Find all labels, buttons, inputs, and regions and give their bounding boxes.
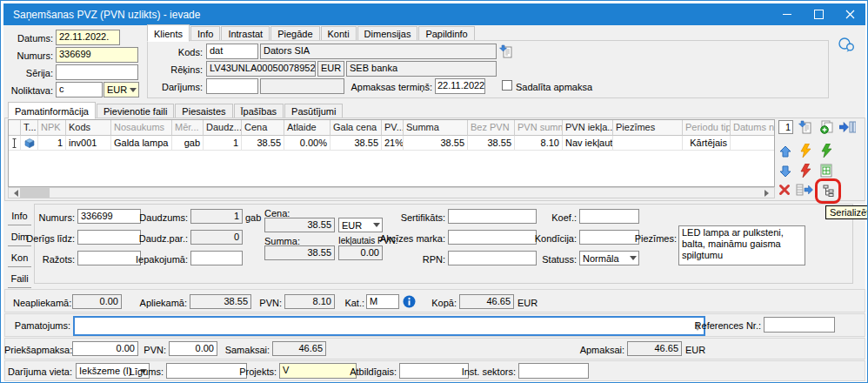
- tab-piesaistes[interactable]: Piesaistes: [175, 104, 232, 118]
- col-cena[interactable]: Cena: [242, 120, 284, 136]
- serija-field[interactable]: [56, 64, 138, 80]
- insert-rows-button[interactable]: [838, 119, 856, 135]
- minimize-button[interactable]: [771, 3, 803, 25]
- kods-field[interactable]: dat: [206, 44, 258, 59]
- razots-label: Ražots:: [25, 254, 75, 265]
- inst-sektors-field[interactable]: [518, 363, 589, 379]
- scroll-left-icon[interactable]: [9, 188, 20, 198]
- tab-client-info[interactable]: Info: [190, 26, 220, 41]
- import-document-button[interactable]: [798, 119, 813, 135]
- col-gala-cena[interactable]: Gala cena: [331, 120, 382, 136]
- col-datums-no[interactable]: Datums no: [731, 120, 774, 136]
- move-rows-button[interactable]: [795, 182, 813, 198]
- prieksapmaksa-field[interactable]: 0.00: [72, 341, 138, 356]
- iepakojuma-field[interactable]: [190, 251, 243, 265]
- col-daudzums[interactable]: Daudz...: [204, 120, 242, 136]
- delete-row-button[interactable]: [777, 182, 792, 198]
- rpn-field[interactable]: [448, 251, 537, 265]
- sertifikats-field[interactable]: [448, 209, 537, 224]
- side-tab-faili[interactable]: Faili: [8, 269, 31, 288]
- col-selector[interactable]: [9, 120, 21, 136]
- tab-pievienotie-faili[interactable]: Pievienotie faili: [97, 104, 174, 118]
- col-pvn-summa[interactable]: PVN summa: [515, 120, 563, 136]
- scrollbar-thumb[interactable]: [20, 188, 50, 198]
- scroll-right-icon[interactable]: [763, 188, 774, 198]
- numurs-field[interactable]: 336699: [56, 47, 138, 63]
- tab-ipasibas[interactable]: Īpašības: [234, 104, 284, 118]
- cell-summa: 38.55: [404, 136, 468, 151]
- title-bar[interactable]: Saņemšanas PVZ (PVN uzlikts) - ievade: [3, 3, 865, 25]
- darijums-name-field: [260, 78, 344, 94]
- table-hscrollbar[interactable]: [8, 187, 775, 198]
- cell-piezimes: [613, 136, 683, 151]
- copy-add-button[interactable]: [818, 119, 834, 135]
- akcizes-marka-field[interactable]: [448, 230, 537, 245]
- info-icon[interactable]: [402, 294, 416, 308]
- pamatojums-field[interactable]: [74, 317, 704, 335]
- document-import-icon[interactable]: [498, 44, 514, 59]
- col-periodu-tips[interactable]: Periodu tips: [683, 120, 731, 136]
- fill-green-button[interactable]: [818, 143, 834, 158]
- statuss-select[interactable]: Normāla: [579, 251, 639, 265]
- tab-konti[interactable]: Konti: [321, 26, 357, 41]
- maximize-button[interactable]: [803, 3, 834, 25]
- kopa-currency-label: EUR: [517, 298, 537, 308]
- fill-orange-button[interactable]: [798, 143, 813, 158]
- col-nosaukums[interactable]: Nosaukums: [111, 120, 172, 136]
- tab-klients[interactable]: Klients: [147, 24, 190, 42]
- client-tabs: Klients Info Intrastat Piegāde Konti Dim…: [147, 26, 476, 41]
- move-up-button[interactable]: [778, 144, 793, 159]
- excel-export-button[interactable]: [818, 163, 834, 178]
- col-pvn-procenti[interactable]: PV...: [382, 120, 404, 136]
- sadalita-apmaksa-checkbox[interactable]: [502, 80, 512, 91]
- col-pvn-ieklauts[interactable]: PVN iekļa...: [563, 120, 613, 136]
- col-kods[interactable]: Kods: [66, 120, 111, 136]
- cell-nosaukums: Galda lampa: [111, 136, 172, 151]
- tab-papildinfo[interactable]: Papildinfo: [418, 26, 474, 41]
- kondicija-field[interactable]: [579, 230, 639, 245]
- darijums-field[interactable]: [206, 78, 258, 94]
- col-summa[interactable]: Summa: [404, 120, 468, 136]
- cena-currency-select[interactable]: EUR: [338, 218, 383, 232]
- chat-icon[interactable]: [836, 37, 857, 52]
- ligums-label: Līgums:: [124, 366, 164, 377]
- akcizes-marka-label: Akcīzes marka:: [375, 233, 445, 244]
- references-field[interactable]: [764, 317, 835, 333]
- fill-red-button[interactable]: [798, 163, 813, 178]
- apmaksas-termins-field[interactable]: 22.11.2022.: [435, 78, 485, 94]
- noliktava-field[interactable]: c: [56, 82, 103, 97]
- row-count-field[interactable]: 1: [778, 120, 793, 134]
- cell-daudzums: 1: [204, 136, 242, 151]
- col-mervieniba[interactable]: Mēr...: [172, 120, 204, 136]
- tab-pamatinformacija[interactable]: Pamatinformācija: [8, 102, 96, 119]
- piezimes-field[interactable]: LED lampa ar pulksteni, balta, maināmu g…: [678, 225, 805, 265]
- tab-pasutijumi[interactable]: Pasūtījumi: [284, 104, 343, 118]
- minimize-icon: [783, 14, 791, 15]
- tab-intrastat[interactable]: Intrastat: [221, 26, 270, 41]
- table-row[interactable]: 1 inv001 Galda lampa gab 1 38.55 0.00% 3…: [9, 136, 774, 151]
- pamatojums-label: Pamatojums:: [13, 320, 70, 331]
- statuss-value: Normāla: [583, 253, 619, 264]
- col-atlaide[interactable]: Atlaide: [284, 120, 331, 136]
- info-numurs-label: Numurs:: [25, 212, 75, 223]
- darijuma-vieta-label: Darījuma vieta:: [8, 366, 72, 377]
- window-title: Saņemšanas PVZ (PVN uzlikts) - ievade: [3, 9, 200, 21]
- kat-field[interactable]: M: [366, 294, 399, 309]
- col-bez-pvn[interactable]: Bez PVN: [468, 120, 515, 136]
- kat-label: Kat.:: [340, 298, 364, 308]
- payment-pvn-field[interactable]: 0.00: [169, 341, 217, 356]
- koef-field[interactable]: [579, 209, 639, 224]
- tab-dimensijas[interactable]: Dimensijas: [357, 26, 418, 41]
- col-piezimes[interactable]: Piezīmes: [613, 120, 683, 136]
- daudzums-unit-label: gab: [245, 212, 261, 223]
- col-tips[interactable]: T...: [21, 120, 38, 136]
- items-table[interactable]: T... NPK Kods Nosaukums Mēr... Daudz... …: [8, 119, 775, 187]
- col-npk[interactable]: NPK: [38, 120, 66, 136]
- datums-field[interactable]: 22.11.2022.: [56, 30, 120, 45]
- rekins-field: LV43UNLA0005007895222: [206, 61, 316, 77]
- move-down-button[interactable]: [778, 164, 793, 179]
- tab-piegade[interactable]: Piegāde: [270, 26, 319, 41]
- kopa-label: Kopā:: [427, 298, 457, 308]
- serialize-tooltip: Serializēt: [825, 205, 868, 219]
- close-button[interactable]: [834, 3, 865, 25]
